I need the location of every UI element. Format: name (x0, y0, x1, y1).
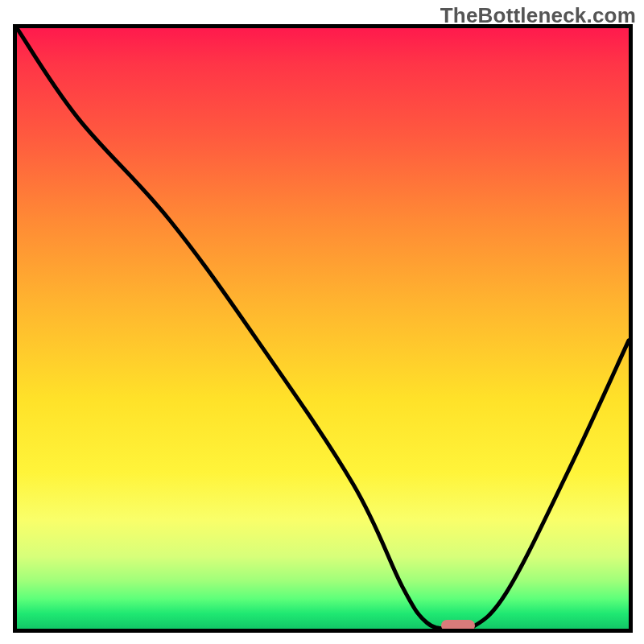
plot-area (13, 24, 633, 633)
optimal-marker (441, 620, 475, 631)
curve-path (17, 28, 629, 629)
bottleneck-curve (17, 28, 629, 629)
chart-canvas: TheBottleneck.com (0, 0, 644, 644)
